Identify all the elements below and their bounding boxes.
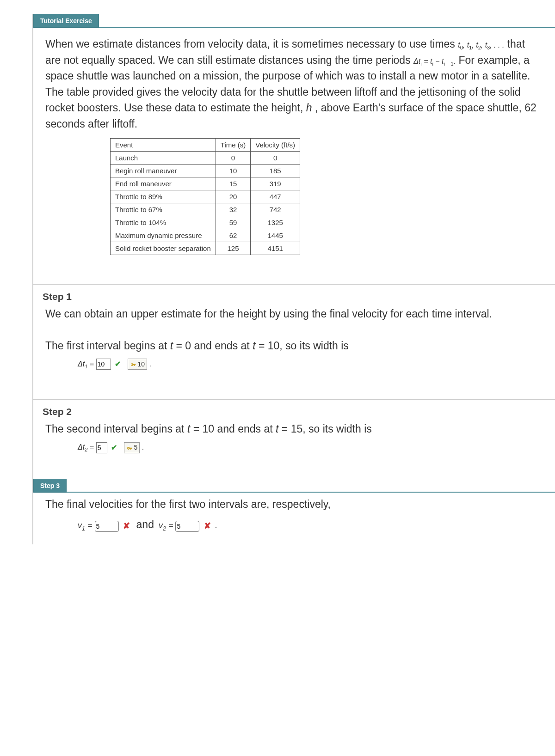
step-1-heading: Step 1 [33, 285, 555, 302]
tab-divider [99, 26, 555, 28]
step-2-block: Step 2 The second interval begins at t =… [33, 399, 555, 464]
cross-icon: ✘ [204, 521, 211, 530]
h-variable: h [306, 102, 312, 114]
period: . [142, 443, 144, 451]
table-header-time: Time (s) [216, 139, 250, 152]
table-row: Launch00 [111, 152, 300, 165]
table-row: Throttle to 89%20447 [111, 190, 300, 203]
v2-input[interactable] [175, 521, 199, 532]
step-2-text: The second interval begins at t = 10 and… [45, 421, 543, 437]
cross-icon: ✘ [123, 521, 130, 530]
table-row: End roll maneuver15319 [111, 177, 300, 190]
time-variables: t0, t1, t2, t3, . . . [458, 41, 504, 49]
step-2-heading: Step 2 [33, 400, 555, 417]
table-header-velocity: Velocity (ft/s) [251, 139, 300, 152]
step-1-text-2: The first interval begins at t = 0 and e… [45, 338, 543, 354]
table-header-event: Event [111, 139, 216, 152]
table-row: Throttle to 104%591325 [111, 216, 300, 229]
v2-label: v2 = [159, 521, 176, 530]
table-row: Maximum dynamic pressure621445 [111, 229, 300, 242]
hint-box-2[interactable]: 5 [124, 442, 140, 453]
v1-input[interactable] [95, 521, 119, 532]
hint-value-2: 5 [134, 443, 138, 452]
table-row: Throttle to 67%32742 [111, 203, 300, 216]
check-icon: ✔ [111, 444, 117, 451]
tab-divider [67, 491, 555, 493]
period: . [149, 360, 151, 368]
check-icon: ✔ [115, 360, 121, 368]
velocity-table: Event Time (s) Velocity (ft/s) Launch00 … [110, 138, 300, 255]
delta-t1-label: Δt1 = [78, 360, 96, 368]
step-1-block: Step 1 We can obtain an upper estimate f… [33, 284, 555, 381]
step-1-text-1: We can obtain an upper estimate for the … [45, 306, 543, 322]
table-row: Solid rocket booster separation1254151 [111, 242, 300, 255]
step-3-text: The final velocities for the first two i… [45, 496, 543, 512]
hint-box-1[interactable]: 10 [128, 359, 148, 370]
key-icon [126, 445, 133, 451]
period: . [215, 521, 217, 530]
problem-statement: When we estimate distances from velocity… [45, 36, 543, 132]
hint-value-1: 10 [138, 360, 145, 369]
delta-t-definition: Δti = ti − ti − 1. [413, 57, 456, 65]
delta-t2-input[interactable] [96, 442, 107, 453]
key-icon [130, 361, 136, 367]
delta-t2-label: Δt2 = [78, 443, 96, 451]
delta-t1-input[interactable] [96, 359, 111, 370]
v1-label: v1 = [78, 521, 95, 530]
problem-text-1: When we estimate distances from velocity… [45, 38, 458, 50]
table-row: Begin roll maneuver10185 [111, 165, 300, 177]
tutorial-exercise-tab: Tutorial Exercise [33, 14, 99, 28]
and-text: and [136, 518, 154, 530]
step-3-block: Step 3 The final velocities for the firs… [33, 479, 555, 544]
step-3-tab: Step 3 [33, 479, 67, 493]
